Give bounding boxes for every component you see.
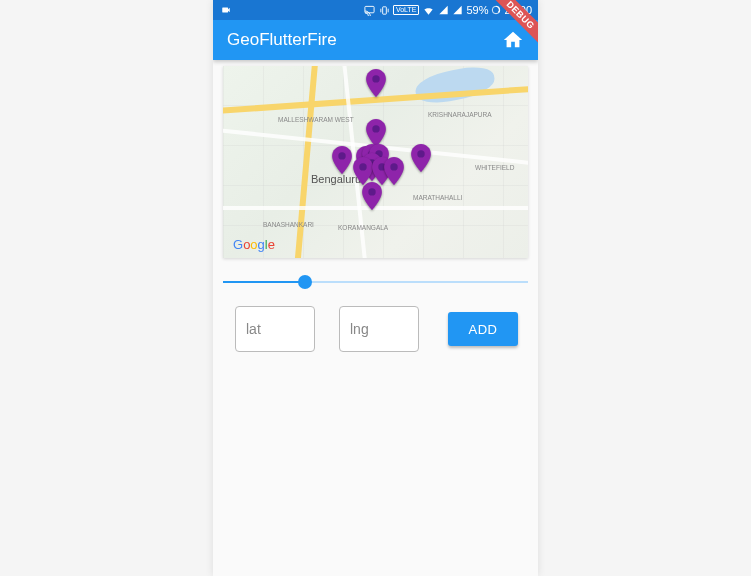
map-pin[interactable] bbox=[411, 144, 431, 172]
volte-badge: VoLTE bbox=[393, 5, 420, 15]
lat-input[interactable] bbox=[246, 321, 304, 337]
phone-frame: DEBUG VoLTE 59% bbox=[213, 0, 538, 576]
svg-point-12 bbox=[390, 163, 397, 170]
map-pin[interactable] bbox=[366, 69, 386, 97]
svg-rect-0 bbox=[365, 6, 374, 12]
map-view[interactable]: Bengaluru MALLESHWARAM WEST KRISHNARAJAP… bbox=[223, 66, 528, 258]
svg-point-13 bbox=[418, 150, 425, 157]
map-area-label: KRISHNARAJAPURA bbox=[428, 111, 492, 118]
map-area-label: MALLESHWARAM WEST bbox=[278, 116, 354, 123]
lng-input[interactable] bbox=[350, 321, 408, 337]
cast-icon bbox=[363, 5, 376, 16]
svg-point-4 bbox=[372, 125, 379, 132]
map-area-label: BANASHANKARI bbox=[263, 221, 314, 228]
svg-point-5 bbox=[338, 152, 345, 159]
google-logo: Google bbox=[233, 237, 275, 252]
battery-percent: 59% bbox=[466, 4, 488, 16]
vibrate-icon bbox=[379, 5, 390, 16]
map-pin[interactable] bbox=[332, 146, 352, 174]
latlng-form: ADD bbox=[213, 300, 538, 352]
signal-icon-2 bbox=[452, 5, 463, 15]
svg-point-3 bbox=[372, 75, 379, 82]
wifi-icon bbox=[422, 5, 435, 16]
map-pin[interactable] bbox=[384, 157, 404, 185]
status-bar: VoLTE 59% 22:00 bbox=[213, 0, 538, 20]
svg-rect-1 bbox=[383, 6, 387, 13]
lat-field[interactable] bbox=[235, 306, 315, 352]
signal-icon-1 bbox=[438, 5, 449, 15]
battery-icon bbox=[491, 4, 501, 16]
map-pin[interactable] bbox=[362, 182, 382, 210]
map-area-label: KORAMANGALA bbox=[338, 224, 388, 231]
lng-field[interactable] bbox=[339, 306, 419, 352]
map-area-label: WHITEFIELD bbox=[475, 164, 514, 171]
videocam-icon bbox=[219, 5, 233, 15]
radius-slider[interactable] bbox=[223, 272, 528, 292]
slider-thumb[interactable] bbox=[298, 275, 312, 289]
svg-point-14 bbox=[369, 188, 376, 195]
svg-point-10 bbox=[360, 163, 367, 170]
map-pin[interactable] bbox=[353, 157, 373, 185]
home-icon[interactable] bbox=[502, 29, 524, 51]
add-button[interactable]: ADD bbox=[448, 312, 518, 346]
app-bar: GeoFlutterFire bbox=[213, 20, 538, 60]
app-title: GeoFlutterFire bbox=[227, 30, 337, 50]
slider-fill bbox=[223, 281, 305, 283]
map-area-label: MARATHAHALLI bbox=[413, 194, 462, 201]
map-pin[interactable] bbox=[366, 119, 386, 147]
